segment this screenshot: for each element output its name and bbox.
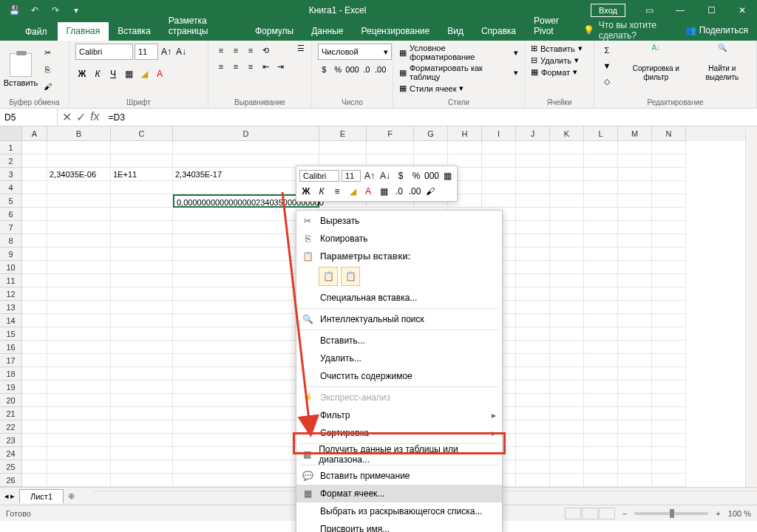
tell-me-input[interactable]: Что вы хотите сделать?	[599, 20, 669, 41]
format-cells-button[interactable]: ▦Формат ▾	[531, 67, 583, 77]
font-color-icon[interactable]: A	[153, 67, 166, 81]
cell-B3[interactable]: 2,34035E-06	[47, 168, 111, 181]
col-header[interactable]: D	[173, 126, 319, 141]
tab-рецензирование[interactable]: Рецензирование	[353, 22, 439, 41]
mini-borders-icon[interactable]: ▦	[377, 185, 390, 198]
row-header[interactable]: 9	[0, 248, 22, 261]
tab-разметка-страницы[interactable]: Разметка страницы	[160, 12, 246, 41]
ctx-format-cells[interactable]: ▦Формат ячеек...	[296, 485, 502, 502]
col-header[interactable]: I	[482, 126, 516, 141]
cell-styles-button[interactable]: ▦Стили ячеек ▾	[399, 83, 518, 93]
find-select-button[interactable]: 🔍 Найти и выделить	[694, 44, 750, 97]
align-bottom-icon[interactable]: ≡	[244, 44, 257, 57]
row-header[interactable]: 21	[0, 407, 22, 420]
tab-file[interactable]: Файл	[15, 23, 58, 41]
fx-icon[interactable]: fx	[90, 110, 99, 124]
ctx-get-data[interactable]: ▦Получить данные из таблицы или диапазон…	[296, 446, 502, 463]
col-header[interactable]: C	[111, 126, 173, 141]
col-header[interactable]: N	[652, 126, 686, 141]
row-header[interactable]: 15	[0, 327, 22, 341]
ctx-insert[interactable]: Вставить...	[296, 332, 502, 349]
row-header[interactable]: 22	[0, 420, 22, 434]
align-top-icon[interactable]: ≡	[214, 44, 228, 57]
shrink-font-icon[interactable]: A↓	[174, 45, 188, 58]
tab-данные[interactable]: Данные	[302, 22, 352, 41]
formula-input[interactable]: =D3	[103, 112, 757, 123]
mini-font-color-icon[interactable]: A	[361, 185, 375, 198]
tab-вид[interactable]: Вид	[438, 22, 472, 41]
mini-border-icon[interactable]: ▦	[441, 169, 454, 183]
col-header[interactable]: F	[367, 126, 414, 141]
col-header[interactable]: B	[47, 126, 111, 141]
delete-cells-button[interactable]: ⊟Удалить ▾	[531, 55, 583, 65]
orientation-icon[interactable]: ⟲	[259, 44, 272, 57]
sheet-next-icon[interactable]: ▸	[10, 491, 15, 501]
ctx-delete[interactable]: Удалить...	[296, 349, 502, 367]
fill-icon[interactable]: ▼	[600, 59, 614, 72]
row-header[interactable]: 16	[0, 341, 22, 354]
row-header[interactable]: 18	[0, 367, 22, 381]
sheet-prev-icon[interactable]: ◂	[4, 491, 9, 501]
zoom-out-icon[interactable]: −	[622, 509, 627, 518]
number-format-select[interactable]: Числовой▾	[318, 44, 392, 60]
ctx-paste-values[interactable]: 📋	[341, 267, 360, 286]
font-size-select[interactable]: 11	[135, 44, 158, 60]
row-header[interactable]: 25	[0, 460, 22, 474]
ribbon-options-icon[interactable]: ▭	[634, 0, 664, 21]
col-header[interactable]: M	[618, 126, 652, 141]
zoom-level[interactable]: 100 %	[728, 509, 751, 518]
mini-font-size[interactable]: 11	[342, 170, 361, 182]
tab-справка[interactable]: Справка	[472, 22, 525, 41]
cell-C3[interactable]: 1E+11	[111, 168, 173, 181]
format-as-table-button[interactable]: ▦Форматировать как таблицу ▾	[399, 64, 518, 81]
row-header[interactable]: 7	[0, 221, 22, 234]
row-header[interactable]: 1	[0, 141, 22, 154]
name-box[interactable]: D5	[0, 109, 58, 126]
mini-grow-font-icon[interactable]: A↑	[363, 169, 376, 183]
align-center-icon[interactable]: ≡	[229, 60, 242, 73]
close-icon[interactable]: ✕	[727, 0, 757, 21]
view-normal-icon[interactable]	[565, 508, 581, 519]
row-header[interactable]: 17	[0, 354, 22, 367]
save-icon[interactable]: 💾	[6, 2, 22, 18]
row-header[interactable]: 26	[0, 474, 22, 487]
minimize-icon[interactable]: —	[665, 0, 695, 21]
enter-formula-icon[interactable]: ✓	[76, 110, 86, 124]
tab-главная[interactable]: Главная	[58, 22, 109, 41]
indent-inc-icon[interactable]: ⇥	[274, 60, 287, 73]
cut-icon[interactable]: ✂	[40, 45, 55, 60]
row-header[interactable]: 14	[0, 314, 22, 327]
align-left-icon[interactable]: ≡	[214, 60, 228, 73]
share-button[interactable]: 👥 Поделиться	[685, 25, 748, 35]
mini-fill-color-icon[interactable]: ◢	[346, 185, 359, 198]
italic-button[interactable]: К	[91, 67, 104, 81]
row-header[interactable]: 13	[0, 301, 22, 314]
percent-icon[interactable]: %	[332, 63, 344, 76]
conditional-formatting-button[interactable]: ▦Условное форматирование ▾	[399, 44, 518, 61]
row-header[interactable]: 3	[0, 168, 22, 181]
sort-filter-button[interactable]: A↓ Сортировка и фильтр	[622, 44, 690, 97]
mini-inc-icon[interactable]: .00	[408, 185, 421, 198]
grow-font-icon[interactable]: A↑	[160, 45, 173, 58]
dec-decimal-icon[interactable]: .00	[374, 63, 387, 76]
maximize-icon[interactable]: ☐	[696, 0, 726, 21]
row-header[interactable]: 11	[0, 274, 22, 287]
row-header[interactable]: 19	[0, 381, 22, 394]
ctx-cut[interactable]: ✂Вырезать	[296, 212, 502, 230]
view-page-break-icon[interactable]	[599, 508, 615, 519]
ctx-paste-normal[interactable]: 📋	[319, 267, 338, 286]
cancel-formula-icon[interactable]: ✕	[62, 110, 72, 124]
autosum-icon[interactable]: Σ	[600, 44, 614, 57]
ctx-pick-list[interactable]: Выбрать из раскрывающегося списка...	[296, 502, 502, 520]
mini-currency-icon[interactable]: $	[394, 169, 407, 183]
zoom-slider[interactable]	[634, 512, 708, 515]
login-button[interactable]: Вход	[591, 4, 625, 17]
format-painter-icon[interactable]: 🖌	[40, 79, 55, 94]
qat-dropdown-icon[interactable]: ▾	[68, 2, 84, 18]
undo-icon[interactable]: ↶	[27, 2, 43, 18]
align-middle-icon[interactable]: ≡	[229, 44, 242, 57]
ctx-copy[interactable]: ⎘Копировать	[296, 230, 502, 248]
mini-font-name[interactable]: Calibri	[299, 170, 339, 182]
tab-power-pivot[interactable]: Power Pivot	[525, 12, 583, 41]
mini-align-icon[interactable]: ≡	[330, 185, 344, 198]
